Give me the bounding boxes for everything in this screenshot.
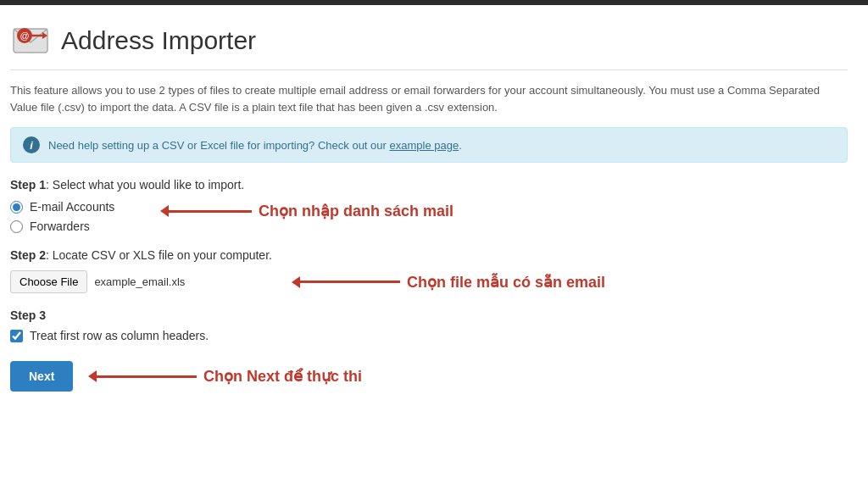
choose-file-button[interactable]: Choose File xyxy=(10,270,87,293)
next-button[interactable]: Next xyxy=(10,361,73,392)
first-row-label: Treat first row as column headers. xyxy=(30,329,209,342)
checkbox-first-row[interactable]: Treat first row as column headers. xyxy=(10,329,848,342)
page-header: @ Address Importer xyxy=(10,20,848,70)
page-description: This feature allows you to use 2 types o… xyxy=(10,82,848,115)
example-page-link[interactable]: example page xyxy=(390,139,459,152)
step1-radio-group: E-mail Accounts Forwarders Chọn nhập dan… xyxy=(10,200,848,233)
first-row-checkbox[interactable] xyxy=(10,330,23,342)
step2-label: Step 2: Locate CSV or XLS file on your c… xyxy=(10,248,848,262)
step3-label: Step 3 xyxy=(10,308,848,322)
radio-forwarders[interactable]: Forwarders xyxy=(10,219,848,233)
svg-text:@: @ xyxy=(19,31,29,41)
info-text: Need help setting up a CSV or Excel file… xyxy=(48,139,462,152)
step3-section: Step 3 Treat first row as column headers… xyxy=(10,308,848,342)
content-area: @ Address Importer This feature allows y… xyxy=(0,5,868,407)
info-icon: i xyxy=(23,136,40,153)
info-box: i Need help setting up a CSV or Excel fi… xyxy=(10,127,848,163)
radio-email-label: E-mail Accounts xyxy=(30,200,114,214)
file-name-display: example_email.xls xyxy=(94,275,185,288)
page-title: Address Importer xyxy=(61,26,256,55)
annotation-2-text: Chọn file mẫu có sẵn email xyxy=(407,273,605,292)
radio-forwarders-input[interactable] xyxy=(10,220,23,233)
radio-email-input[interactable] xyxy=(10,201,23,214)
radio-email-accounts[interactable]: E-mail Accounts xyxy=(10,200,848,214)
file-input-row: Choose File example_email.xls Chọn file … xyxy=(10,270,848,293)
step2-section: Step 2: Locate CSV or XLS file on your c… xyxy=(10,248,848,293)
annotation-3-text: Chọn Next để thực thi xyxy=(203,367,362,386)
address-importer-icon: @ xyxy=(10,20,51,61)
radio-forwarders-label: Forwarders xyxy=(30,219,90,233)
step1-label: Step 1: Select what you would like to im… xyxy=(10,178,848,192)
next-button-row: Next Chọn Next để thực thi xyxy=(10,361,848,392)
